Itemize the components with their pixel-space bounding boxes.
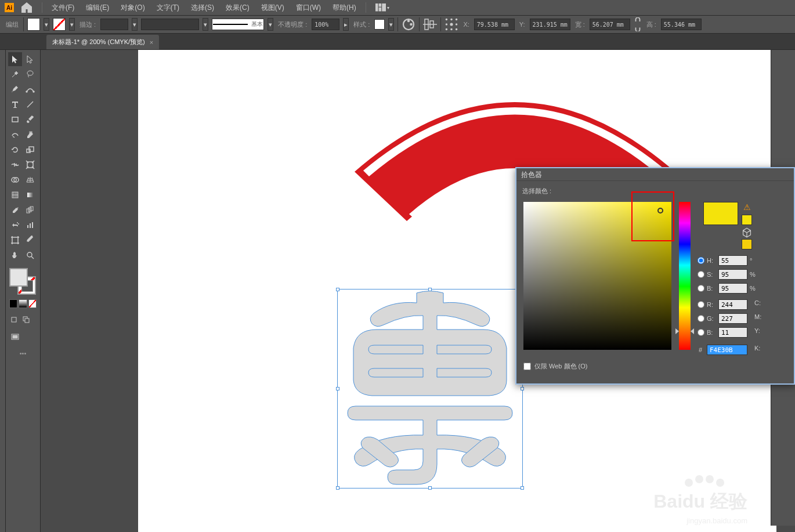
stroke-weight-dropdown[interactable]: ▾ [132, 18, 138, 31]
draw-normal-button[interactable] [8, 313, 19, 327]
panel-strip-left[interactable] [0, 50, 6, 532]
brush-def-button[interactable]: 基本 [212, 19, 264, 30]
menu-select[interactable]: 选择(S) [186, 1, 219, 15]
menu-view[interactable]: 视图(V) [256, 1, 289, 15]
menu-object[interactable]: 对象(O) [116, 1, 149, 15]
x-input[interactable] [474, 19, 515, 30]
websafe-warning-icon[interactable] [742, 227, 752, 238]
zoom-tool[interactable] [23, 248, 37, 262]
vpw-dropdown[interactable] [141, 19, 199, 30]
h-label: 高 : [645, 20, 657, 29]
eyedropper-tool[interactable] [8, 203, 22, 217]
color-mode-button[interactable] [9, 299, 17, 308]
rectangle-tool[interactable] [8, 113, 22, 126]
fill-dropdown[interactable]: ▾ [44, 18, 49, 31]
opacity-dropdown[interactable]: ▸ [343, 18, 349, 31]
arrange-docs-button[interactable]: ▾ [375, 1, 389, 15]
out-of-gamut-icon[interactable]: ⚠ [742, 202, 752, 212]
curvature-tool[interactable] [23, 82, 37, 96]
fill-color-button[interactable] [27, 18, 40, 31]
document-tab-bar: 未标题-1* @ 200% (CMYK/预览) × [0, 34, 795, 50]
document-tab[interactable]: 未标题-1* @ 200% (CMYK/预览) × [46, 35, 159, 49]
menu-window[interactable]: 窗口(W) [291, 1, 326, 15]
y-input[interactable] [530, 19, 570, 30]
scale-tool[interactable] [23, 143, 37, 157]
svg-point-20 [26, 91, 27, 92]
h-input[interactable] [718, 255, 747, 266]
symbol-sprayer-tool[interactable] [8, 218, 22, 232]
s-input[interactable] [718, 269, 747, 280]
screen-mode-button[interactable] [8, 330, 22, 344]
rotate-tool[interactable] [8, 143, 22, 157]
hand-tool[interactable] [8, 248, 22, 262]
mesh-tool[interactable] [8, 188, 22, 202]
line-tool[interactable] [23, 97, 37, 111]
none-mode-button[interactable] [28, 299, 37, 308]
artboard-tool[interactable] [8, 233, 22, 247]
magic-wand-tool[interactable] [8, 67, 22, 81]
saturation-value-field[interactable] [523, 202, 671, 350]
edit-toolbar-button[interactable]: ••• [8, 350, 38, 357]
menu-edit[interactable]: 编辑(E) [81, 1, 114, 15]
menu-help[interactable]: 帮助(H) [328, 1, 361, 15]
fill-swatch[interactable] [9, 268, 28, 287]
h-input[interactable] [661, 19, 702, 30]
vpw-dropdown-arrow[interactable]: ▾ [203, 18, 208, 31]
hue-slider[interactable] [679, 202, 691, 350]
r-radio[interactable] [698, 301, 704, 308]
hex-input[interactable] [707, 345, 747, 355]
svg-rect-47 [13, 335, 17, 338]
menu-effect[interactable]: 效果(C) [221, 1, 254, 15]
lasso-tool[interactable] [23, 67, 37, 81]
webonly-checkbox[interactable] [523, 363, 531, 370]
g-input[interactable] [718, 313, 747, 324]
document-tab-close[interactable]: × [150, 39, 153, 46]
w-input[interactable] [590, 19, 630, 30]
stroke-color-button[interactable] [53, 18, 66, 31]
bb-input[interactable] [718, 327, 747, 338]
h-radio[interactable] [698, 257, 704, 264]
draw-behind-button[interactable] [20, 313, 31, 327]
draw-inside-button[interactable] [33, 313, 38, 327]
free-transform-tool[interactable] [23, 158, 37, 172]
stroke-dropdown[interactable]: ▾ [69, 18, 75, 31]
blend-tool[interactable] [23, 203, 37, 217]
slice-tool[interactable] [23, 233, 37, 247]
eraser-tool[interactable] [23, 128, 37, 142]
selected-character[interactable] [338, 290, 522, 487]
recolor-button[interactable] [402, 17, 415, 31]
r-input[interactable] [718, 299, 747, 310]
shaper-tool[interactable] [8, 128, 22, 142]
gradient-mode-button[interactable] [19, 299, 27, 308]
y-label2: Y: [754, 327, 760, 334]
align-button[interactable] [423, 17, 437, 31]
type-tool[interactable] [8, 97, 22, 111]
shape-builder-tool[interactable] [8, 173, 22, 187]
link-wh-button[interactable] [634, 17, 642, 31]
selection-tool[interactable] [8, 52, 22, 66]
websafe-swatch[interactable] [742, 239, 752, 249]
style-dropdown[interactable]: ▾ [388, 18, 394, 31]
perspective-grid-tool[interactable] [23, 173, 37, 187]
stroke-weight-input[interactable] [100, 19, 128, 30]
pen-tool[interactable] [8, 82, 22, 96]
gradient-tool[interactable] [23, 188, 37, 202]
svg-point-21 [33, 91, 34, 92]
brush-dropdown[interactable]: ▾ [268, 18, 273, 31]
opacity-input[interactable] [312, 19, 339, 30]
b-radio[interactable] [698, 285, 704, 292]
s-radio[interactable] [698, 271, 704, 278]
style-button[interactable] [374, 19, 385, 30]
direct-selection-tool[interactable] [23, 52, 37, 66]
transform-ref-button[interactable] [445, 17, 458, 31]
home-button[interactable] [20, 1, 34, 15]
column-graph-tool[interactable] [23, 218, 37, 232]
g-radio[interactable] [698, 315, 704, 322]
menu-type[interactable]: 文字(T) [152, 1, 184, 15]
width-tool[interactable] [8, 158, 22, 172]
menu-file[interactable]: 文件(F) [47, 1, 79, 15]
bb-radio[interactable] [698, 329, 704, 336]
gamut-safe-swatch[interactable] [742, 215, 752, 225]
b-input[interactable] [718, 283, 747, 294]
paintbrush-tool[interactable] [23, 113, 37, 126]
